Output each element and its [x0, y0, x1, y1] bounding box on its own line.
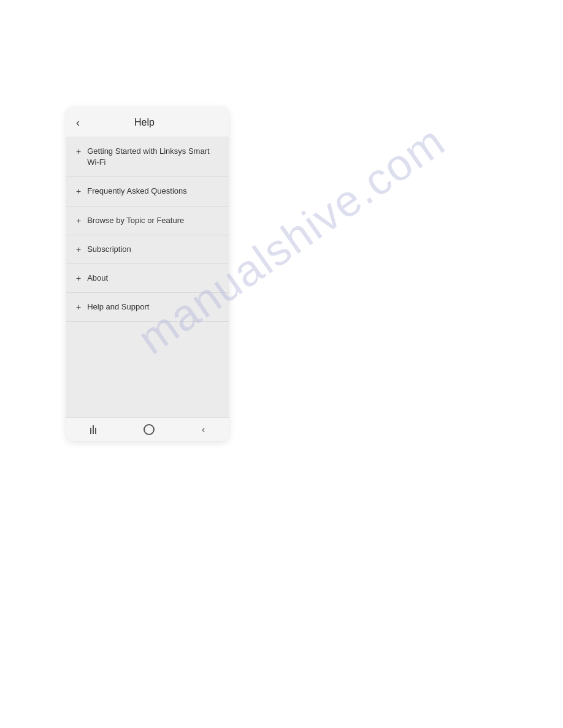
back-icon: ‹: [76, 116, 80, 129]
menu-label-faq: Frequently Asked Questions: [87, 186, 187, 197]
menu-label-about: About: [87, 273, 108, 284]
menu-label-getting-started: Getting Started with Linksys Smart Wi-Fi: [87, 146, 219, 168]
nav-back-icon[interactable]: ‹: [202, 424, 205, 435]
expand-icon-about: +: [76, 273, 81, 283]
nav-line-3: [95, 428, 96, 434]
expand-icon-getting-started: +: [76, 146, 81, 156]
menu-item-about[interactable]: + About: [66, 264, 229, 293]
menu-label-subscription: Subscription: [87, 244, 131, 255]
expand-icon-help-support: +: [76, 302, 81, 312]
bottom-navigation: ‹: [66, 417, 229, 441]
back-button[interactable]: ‹: [76, 116, 85, 129]
menu-list: + Getting Started with Linksys Smart Wi-…: [66, 137, 229, 417]
phone-screen: ‹ Help + Getting Started with Linksys Sm…: [66, 107, 229, 441]
menu-label-help-support: Help and Support: [87, 301, 149, 313]
expand-icon-subscription: +: [76, 245, 81, 254]
page-title: Help: [85, 117, 204, 128]
expand-icon-browse-topic: +: [76, 216, 81, 226]
menu-item-help-support[interactable]: + Help and Support: [66, 293, 229, 322]
app-header: ‹ Help: [66, 107, 229, 137]
menu-item-faq[interactable]: + Frequently Asked Questions: [66, 177, 229, 206]
nav-menu-icon[interactable]: [90, 425, 96, 434]
expand-icon-faq: +: [76, 186, 81, 196]
menu-item-getting-started[interactable]: + Getting Started with Linksys Smart Wi-…: [66, 137, 229, 177]
menu-item-subscription[interactable]: + Subscription: [66, 235, 229, 264]
menu-label-browse-topic: Browse by Topic or Feature: [87, 215, 184, 226]
nav-home-icon[interactable]: [144, 424, 155, 435]
nav-line-2: [93, 425, 94, 434]
menu-item-browse-topic[interactable]: + Browse by Topic or Feature: [66, 207, 229, 235]
nav-line-1: [90, 428, 91, 434]
